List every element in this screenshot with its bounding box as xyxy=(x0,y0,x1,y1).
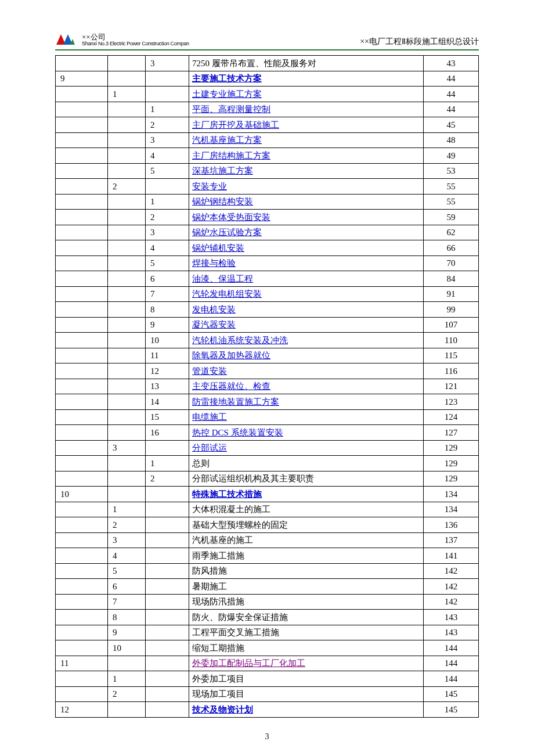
level1-num xyxy=(56,271,108,287)
toc-title[interactable]: 焊接与检验 xyxy=(189,255,424,271)
toc-link[interactable]: 主要施工技术方案 xyxy=(192,74,262,83)
level2-num: 2 xyxy=(108,179,146,195)
toc-page: 45 xyxy=(424,117,479,133)
level3-num: 4 xyxy=(146,240,189,256)
level3-num xyxy=(146,71,189,87)
table-row: 2分部试运组织机构及其主要职责129 xyxy=(56,471,479,487)
toc-link[interactable]: 技术及物资计划 xyxy=(192,705,253,714)
level2-num xyxy=(108,471,146,487)
toc-title[interactable]: 分部试运 xyxy=(189,440,424,456)
toc-link[interactable]: 汽轮发电机组安装 xyxy=(192,289,262,298)
toc-link[interactable]: 分部试运 xyxy=(192,443,227,452)
table-row: 14防雷接地装置施工方案123 xyxy=(56,394,479,410)
level3-num xyxy=(146,702,189,718)
toc-title: 汽机基座的施工 xyxy=(189,532,424,548)
toc-link[interactable]: 发电机安装 xyxy=(192,305,236,314)
toc-title[interactable]: 锅炉辅机安装 xyxy=(189,240,424,256)
toc-link[interactable]: 外委加工配制品与工厂化加工 xyxy=(192,658,305,668)
toc-link[interactable]: 安装专业 xyxy=(192,182,227,191)
toc-link[interactable]: 锅炉本体受热面安装 xyxy=(192,213,270,222)
toc-link[interactable]: 热控 DCS 系统装置安装 xyxy=(192,428,283,437)
toc-title[interactable]: 主厂房开挖及基础施工 xyxy=(189,117,424,133)
toc-link[interactable]: 汽轮机油系统安装及冲洗 xyxy=(192,336,288,345)
level2-num: 6 xyxy=(108,579,146,595)
toc-page: 141 xyxy=(424,548,479,564)
level1-num xyxy=(56,640,108,656)
toc-title[interactable]: 平面、高程测量控制 xyxy=(189,102,424,117)
toc-title[interactable]: 技术及物资计划 xyxy=(189,702,424,718)
level1-num xyxy=(56,394,108,410)
toc-link[interactable]: 主变压器就位、检查 xyxy=(192,381,270,391)
toc-title[interactable]: 锅炉钢结构安装 xyxy=(189,194,424,210)
toc-title[interactable]: 特殊施工技术措施 xyxy=(189,487,424,502)
toc-link[interactable]: 锅炉辅机安装 xyxy=(192,243,244,253)
toc-title[interactable]: 主要施工技术方案 xyxy=(189,71,424,87)
level3-num xyxy=(146,502,189,517)
toc-page: 115 xyxy=(424,348,479,363)
toc-link[interactable]: 汽机基座施工方案 xyxy=(192,135,262,145)
toc-title[interactable]: 汽轮发电机组安装 xyxy=(189,286,424,302)
toc-link[interactable]: 特殊施工技术措施 xyxy=(192,489,262,499)
toc-link[interactable]: 管道安装 xyxy=(192,366,227,376)
toc-title[interactable]: 主变压器就位、检查 xyxy=(189,379,424,394)
toc-link[interactable]: 除氧器及加热器就位 xyxy=(192,351,270,360)
toc-link[interactable]: 平面、高程测量控制 xyxy=(192,105,270,114)
toc-link[interactable]: 油漆、保温工程 xyxy=(192,274,253,283)
level2-num xyxy=(108,425,146,441)
toc-title[interactable]: 热控 DCS 系统装置安装 xyxy=(189,425,424,441)
toc-link[interactable]: 深基坑施工方案 xyxy=(192,166,253,175)
toc-title[interactable]: 防雷接地装置施工方案 xyxy=(189,394,424,410)
toc-link[interactable]: 土建专业施工方案 xyxy=(192,89,262,99)
level3-num xyxy=(146,686,189,702)
table-row: 10缩短工期措施144 xyxy=(56,640,479,656)
toc-title[interactable]: 凝汽器安装 xyxy=(189,317,424,333)
toc-title[interactable]: 外委加工配制品与工厂化加工 xyxy=(189,656,424,671)
level2-num xyxy=(108,56,146,71)
toc-link[interactable]: 电缆施工 xyxy=(192,412,227,422)
toc-link[interactable]: 焊接与检验 xyxy=(192,258,236,268)
toc-page: 145 xyxy=(424,686,479,702)
toc-page: 143 xyxy=(424,625,479,640)
toc-title: 工程平面交叉施工措施 xyxy=(189,625,424,640)
toc-title[interactable]: 安装专业 xyxy=(189,179,424,195)
table-row: 37250 履带吊布置、性能及服务对43 xyxy=(56,56,479,71)
toc-title[interactable]: 锅炉水压试验方案 xyxy=(189,225,424,240)
level1-num xyxy=(56,532,108,548)
toc-page: 48 xyxy=(424,132,479,148)
toc-page: 66 xyxy=(424,240,479,256)
table-row: 4雨季施工措施141 xyxy=(56,548,479,564)
toc-link[interactable]: 锅炉水压试验方案 xyxy=(192,228,262,237)
toc-title[interactable]: 汽机基座施工方案 xyxy=(189,132,424,148)
toc-title[interactable]: 发电机安装 xyxy=(189,302,424,318)
level2-num: 4 xyxy=(108,548,146,564)
toc-title[interactable]: 除氧器及加热器就位 xyxy=(189,348,424,363)
level3-num: 3 xyxy=(146,132,189,148)
level1-num xyxy=(56,594,108,610)
level1-num xyxy=(56,210,108,225)
toc-title[interactable]: 电缆施工 xyxy=(189,409,424,425)
level1-num xyxy=(56,148,108,164)
level2-num: 1 xyxy=(108,87,146,102)
toc-title[interactable]: 锅炉本体受热面安装 xyxy=(189,210,424,225)
level1-num xyxy=(56,425,108,441)
table-row: 3分部试运129 xyxy=(56,440,479,456)
toc-title: 现场加工项目 xyxy=(189,686,424,702)
toc-title: 现场防汛措施 xyxy=(189,594,424,610)
toc-page: 123 xyxy=(424,394,479,410)
level1-num xyxy=(56,302,108,318)
toc-title[interactable]: 汽轮机油系统安装及冲洗 xyxy=(189,333,424,348)
toc-title[interactable]: 深基坑施工方案 xyxy=(189,163,424,179)
toc-page: 107 xyxy=(424,317,479,333)
toc-title[interactable]: 油漆、保温工程 xyxy=(189,271,424,287)
toc-link[interactable]: 主厂房开挖及基础施工 xyxy=(192,120,279,129)
toc-link[interactable]: 主厂房结构施工方案 xyxy=(192,151,270,160)
level2-num xyxy=(108,102,146,117)
toc-title[interactable]: 主厂房结构施工方案 xyxy=(189,148,424,164)
level3-num: 12 xyxy=(146,363,189,379)
toc-link[interactable]: 防雷接地装置施工方案 xyxy=(192,397,279,406)
toc-title[interactable]: 管道安装 xyxy=(189,363,424,379)
toc-title[interactable]: 土建专业施工方案 xyxy=(189,87,424,102)
toc-link[interactable]: 凝汽器安装 xyxy=(192,320,236,329)
toc-link[interactable]: 锅炉钢结构安装 xyxy=(192,197,253,206)
level1-num xyxy=(56,456,108,471)
